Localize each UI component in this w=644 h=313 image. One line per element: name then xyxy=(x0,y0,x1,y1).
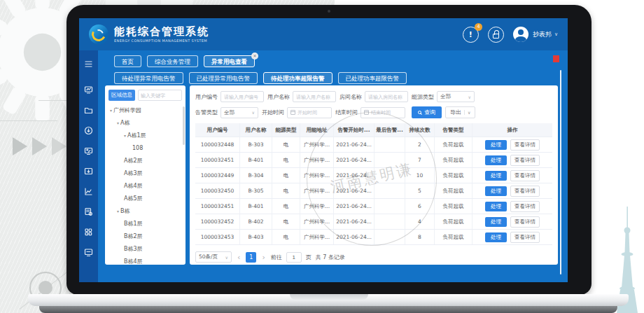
handle-button[interactable]: 处理 xyxy=(485,155,507,165)
tree-node[interactable]: B栋3层 xyxy=(108,243,182,256)
filter-row-1: 用户编号 用户名称 房间名称 能源类型 全部∨ xyxy=(195,91,552,102)
tree-node[interactable]: 108 xyxy=(108,142,182,155)
tree-node[interactable]: A栋5层 xyxy=(108,193,182,205)
menu-icon[interactable] xyxy=(79,54,98,74)
apps-grid-icon[interactable] xyxy=(79,222,98,242)
chevron-down-icon: ∨ xyxy=(252,110,255,115)
tab-handled-overpower-alarms[interactable]: 已处理功率超限告警 xyxy=(338,72,407,84)
region-info-label: 区域信息 xyxy=(108,90,135,101)
handle-button[interactable]: 处理 xyxy=(485,186,507,196)
user-id-input[interactable] xyxy=(220,91,264,102)
view-detail-button[interactable]: 查看详情 xyxy=(510,139,540,151)
alarm-tabs: 待处理异常用电告警 已处理异常用电告警 待处理功率超限告警 已处理功率超限告警 xyxy=(114,72,407,84)
header-actions: ! 4 抄表邦 ∨ xyxy=(463,27,558,43)
handle-button[interactable]: 处理 xyxy=(485,217,507,227)
breadcrumb-tabs: 首页 综合业务管理 异常用电查看✕ xyxy=(114,55,255,67)
tab-pending-abnormal-alarms[interactable]: 待处理异常用电告警 xyxy=(114,72,183,84)
alarm-icon[interactable]: ! 4 xyxy=(463,27,479,43)
user-name[interactable]: 抄表邦 xyxy=(533,30,552,39)
page-size-select[interactable]: 50条/页∨ xyxy=(195,251,232,263)
table-row: 1000032452 B-402 电 广州科学... 2021-06-24...… xyxy=(195,214,552,230)
page-scrollbar[interactable] xyxy=(560,70,561,274)
device-monitor-icon[interactable] xyxy=(79,242,98,263)
room-name-input[interactable] xyxy=(365,91,408,102)
view-detail-button[interactable]: 查看详情 xyxy=(510,170,540,181)
user-menu-caret-icon[interactable]: ∨ xyxy=(554,32,558,37)
tree-node[interactable]: A栋4层 xyxy=(108,180,182,193)
calendar-icon xyxy=(364,110,369,115)
tab-business-management[interactable]: 综合业务管理 xyxy=(147,55,198,67)
table-row: 1000032448 B-303 电 广州科学... 2021-06-24...… xyxy=(195,137,552,153)
tree-scrollbar[interactable] xyxy=(183,106,185,145)
handle-button[interactable]: 处理 xyxy=(485,140,507,150)
prev-page-button[interactable]: ‹ xyxy=(236,253,241,262)
tree-node[interactable]: ▾A栋1层 xyxy=(108,130,182,142)
tree-node[interactable]: A栋3层 xyxy=(108,167,182,180)
folder-icon[interactable] xyxy=(79,100,98,120)
total-records-label: 共 7 条记录 xyxy=(316,253,345,261)
tree-node[interactable]: B栋2层 xyxy=(108,230,182,243)
app-header: 能耗综合管理系统 ENERGY CONSUMPTION MANAGEMENT S… xyxy=(79,18,568,50)
monitor-image-icon[interactable] xyxy=(79,141,98,161)
view-detail-button[interactable]: 查看详情 xyxy=(510,155,540,166)
tree-node[interactable]: B栋1层 xyxy=(108,218,182,230)
end-time-label: 结束时间 xyxy=(335,109,358,116)
line-chart-icon[interactable] xyxy=(79,181,98,202)
alarm-count-badge: 4 xyxy=(475,23,482,31)
tree-node[interactable]: ▾A栋 xyxy=(108,117,182,130)
export-button[interactable]: 导出∨ xyxy=(445,106,475,118)
energy-type-select[interactable]: 全部∨ xyxy=(437,91,475,102)
tree-node[interactable]: B栋4层 xyxy=(108,256,182,265)
handle-button[interactable]: 处理 xyxy=(485,232,507,242)
query-button[interactable]: 查询 xyxy=(412,106,442,118)
start-time-picker[interactable]: 开始时间 xyxy=(287,107,332,118)
view-detail-button[interactable]: 查看详情 xyxy=(510,216,540,228)
tree-node[interactable]: ▾广州科学园 xyxy=(108,104,182,117)
laptop-notch xyxy=(290,294,368,300)
user-id-label: 用户编号 xyxy=(195,93,218,101)
handle-button[interactable]: 处理 xyxy=(485,171,507,181)
tree-search-input[interactable] xyxy=(138,90,182,101)
handle-button[interactable]: 处理 xyxy=(485,202,507,211)
goto-page-input[interactable] xyxy=(286,252,302,263)
dashboard-icon[interactable] xyxy=(79,80,98,100)
tree-caret-icon: ▾ xyxy=(117,120,119,125)
chevron-down-icon: ∨ xyxy=(464,110,470,115)
close-icon[interactable]: ✕ xyxy=(251,53,258,60)
tree-caret-icon: ▾ xyxy=(110,108,112,113)
user-avatar[interactable] xyxy=(513,27,528,42)
region-tree: ▾广州科学园 ▾A栋 ▾A栋1层 108 A栋2层 A栋3层 A栋4层 A栋5层… xyxy=(108,104,182,265)
user-name-input[interactable] xyxy=(293,91,336,102)
next-page-button[interactable]: › xyxy=(260,253,266,262)
alarm-type-select[interactable]: 全部∨ xyxy=(220,107,258,118)
report-settings-icon[interactable] xyxy=(79,202,98,222)
page-unit-label: 页 xyxy=(306,253,312,261)
app-body: 首页 综合业务管理 异常用电查看✕ 待处理异常用电告警 已处理异常用电告警 待处… xyxy=(79,50,568,282)
view-detail-button[interactable]: 查看详情 xyxy=(510,186,540,197)
page-number-button[interactable]: 1 xyxy=(246,252,256,263)
archive-download-icon[interactable] xyxy=(79,161,98,181)
main-area: 首页 综合业务管理 异常用电查看✕ 待处理异常用电告警 已处理异常用电告警 待处… xyxy=(98,50,568,282)
tree-node[interactable]: ▾B栋 xyxy=(108,205,182,218)
line-decoration xyxy=(0,120,57,121)
table-row: 1000032449 B-304 电 广州科学... 2021-06-24...… xyxy=(195,168,552,183)
tree-header: 区域信息 xyxy=(108,90,182,101)
start-time-label: 开始时间 xyxy=(262,109,284,116)
tree-node[interactable]: A栋2层 xyxy=(108,155,182,167)
energy-type-label: 能源类型 xyxy=(412,93,434,101)
alarm-panel: 用户编号 用户名称 房间名称 能源类型 全部∨ 告警类型 全部∨ 开始时间 xyxy=(190,85,558,265)
lock-icon[interactable] xyxy=(488,27,504,43)
end-time-picker[interactable]: 结束时间 xyxy=(360,107,405,118)
tab-pending-overpower-alarms[interactable]: 待处理功率超限告警 xyxy=(263,72,332,84)
region-tree-panel: 区域信息 ▾广州科学园 ▾A栋 ▾A栋1层 108 A栋2层 A栋3层 A栋4层… xyxy=(105,85,186,265)
calendar-icon xyxy=(290,110,295,115)
page: 能耗综合管理系统 ENERGY CONSUMPTION MANAGEMENT S… xyxy=(0,0,644,313)
tree-caret-icon: ▾ xyxy=(117,209,119,214)
tab-home[interactable]: 首页 xyxy=(114,55,141,67)
view-detail-button[interactable]: 查看详情 xyxy=(510,232,540,243)
download-circle-icon[interactable] xyxy=(79,120,98,141)
view-detail-button[interactable]: 查看详情 xyxy=(510,201,540,212)
tab-abnormal-power-view[interactable]: 异常用电查看✕ xyxy=(204,55,255,67)
tab-handled-abnormal-alarms[interactable]: 已处理异常用电告警 xyxy=(189,72,258,84)
tree-caret-icon: ▾ xyxy=(124,133,126,138)
